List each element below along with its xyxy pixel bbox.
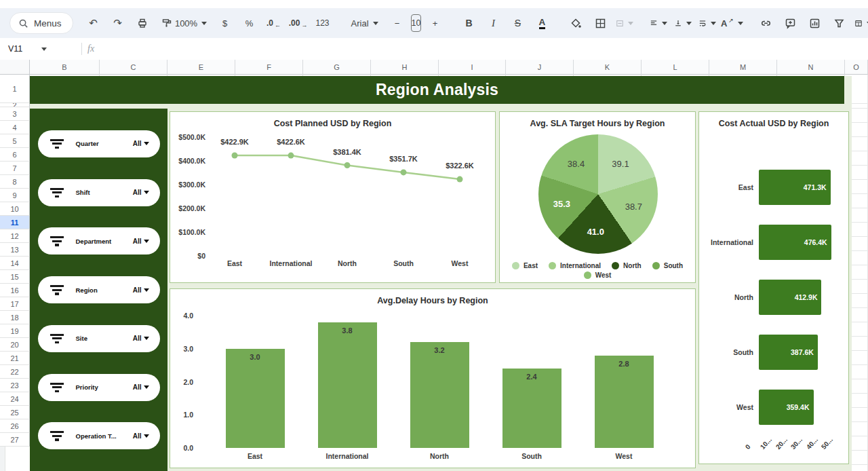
- row-header-14[interactable]: 14: [0, 257, 30, 270]
- pie-slice-label: 38.4: [568, 159, 585, 169]
- filter-pill-shift[interactable]: ShiftAll: [38, 179, 160, 206]
- row-header-19[interactable]: 19: [0, 324, 30, 338]
- zoom-select[interactable]: 100%: [180, 14, 202, 33]
- decrease-decimal-button[interactable]: .0←: [263, 14, 285, 33]
- filter-label: Priority: [76, 383, 98, 391]
- filter-pill-priority[interactable]: PriorityAll: [38, 374, 160, 401]
- row-header-16[interactable]: 16: [0, 284, 30, 297]
- redo-button[interactable]: ↷: [107, 14, 129, 33]
- y-axis-label: 4.0: [170, 312, 193, 320]
- pie-slice-label: 39.1: [612, 159, 629, 169]
- table-tools-button[interactable]: [852, 14, 868, 33]
- fill-color-button[interactable]: [565, 14, 587, 33]
- increase-font-size-button[interactable]: +: [424, 14, 446, 33]
- row-header-22[interactable]: 22: [0, 365, 30, 379]
- row-header-10[interactable]: 10: [0, 202, 30, 216]
- create-filter-button[interactable]: [828, 14, 850, 33]
- category-label: International: [699, 238, 753, 246]
- increase-decimal-button[interactable]: .00→: [288, 14, 309, 33]
- text-rotation-button[interactable]: A↗: [721, 14, 743, 33]
- text-wrap-button[interactable]: [696, 14, 718, 33]
- text-color-button[interactable]: A: [531, 14, 553, 33]
- row-header-12[interactable]: 12: [0, 229, 30, 243]
- name-box[interactable]: V11: [0, 44, 76, 54]
- horizontal-align-button[interactable]: [648, 14, 669, 33]
- page-title: Region Analysis: [376, 81, 498, 99]
- insert-link-button[interactable]: [755, 14, 776, 33]
- borders-button[interactable]: [589, 14, 611, 33]
- column-header-K[interactable]: K: [574, 60, 642, 75]
- column-header-O[interactable]: O: [845, 60, 868, 75]
- bar-chart-plot: 4.03.02.01.00.03.0East3.8International3.…: [170, 289, 695, 468]
- chart-card-sla-target[interactable]: Avg. SLA Target Hours by Region 39.138.7…: [499, 111, 696, 283]
- merge-cells-button[interactable]: [614, 14, 635, 33]
- menus-search[interactable]: Menus: [9, 12, 73, 34]
- spreadsheet-grid: BCEFGHIJKLMNO 12345678910111213141516171…: [0, 60, 868, 471]
- row-header-6[interactable]: 6: [0, 148, 30, 162]
- y-axis-label: 3.0: [170, 345, 193, 353]
- column-header-J[interactable]: J: [506, 60, 574, 75]
- print-button[interactable]: [132, 14, 153, 33]
- column-header-B[interactable]: B: [30, 60, 100, 75]
- row-header-20[interactable]: 20: [0, 338, 30, 352]
- insert-comment-button[interactable]: [779, 14, 801, 33]
- row-header-7[interactable]: 7: [0, 162, 30, 175]
- column-header-C[interactable]: C: [100, 60, 167, 75]
- font-select[interactable]: Arial: [346, 14, 374, 33]
- strikethrough-button[interactable]: S: [507, 14, 528, 33]
- menus-label: Menus: [34, 18, 62, 29]
- column-header-F[interactable]: F: [235, 60, 303, 75]
- row-header-17[interactable]: 17: [0, 297, 30, 311]
- vertical-align-icon: [674, 18, 682, 29]
- decrease-font-size-button[interactable]: −: [387, 14, 408, 33]
- row-header-11[interactable]: 11: [0, 216, 30, 229]
- filter-pill-quarter[interactable]: QuarterAll: [38, 130, 160, 157]
- paint-format-button[interactable]: [156, 14, 178, 33]
- google-sheets-window: Menus ↶ ↷ 100% $ % .0← .00→ 123 Arial − …: [0, 0, 868, 471]
- font-size-input[interactable]: 10: [411, 14, 422, 32]
- row-header-25[interactable]: 25: [0, 406, 30, 419]
- formula-bar-divider: [81, 43, 82, 55]
- vertical-align-button[interactable]: [672, 14, 694, 33]
- fx-label[interactable]: fx: [87, 43, 94, 54]
- row-header-8[interactable]: 8: [0, 175, 30, 189]
- column-header-H[interactable]: H: [371, 60, 439, 75]
- chart-card-cost-planned[interactable]: Cost Planned USD by Region $500.0K$400.0…: [170, 111, 496, 283]
- row-header-21[interactable]: 21: [0, 352, 30, 365]
- format-percent-button[interactable]: %: [239, 14, 260, 33]
- filter-pill-site[interactable]: SiteAll: [38, 325, 160, 352]
- more-formats-button[interactable]: 123: [312, 14, 334, 33]
- column-header-I[interactable]: I: [439, 60, 506, 75]
- column-header-M[interactable]: M: [709, 60, 777, 75]
- filter-pill-region[interactable]: RegionAll: [38, 276, 160, 303]
- row-header-1[interactable]: 1: [0, 75, 30, 103]
- filter-value: All: [133, 383, 142, 391]
- insert-chart-button[interactable]: [804, 14, 825, 33]
- row-header-3[interactable]: 3: [0, 107, 30, 121]
- row-header-18[interactable]: 18: [0, 311, 30, 324]
- row-header-5[interactable]: 5: [0, 134, 30, 148]
- chart-card-cost-actual[interactable]: Cost Actual USD by Region East471.3KInte…: [698, 111, 849, 464]
- comment-icon: [785, 18, 796, 29]
- row-header-4[interactable]: 4: [0, 121, 30, 134]
- table-icon: [854, 18, 863, 29]
- row-header-26[interactable]: 26: [0, 419, 30, 433]
- column-header-N[interactable]: N: [777, 60, 845, 75]
- column-header-L[interactable]: L: [642, 60, 709, 75]
- select-all-corner[interactable]: [0, 60, 30, 75]
- row-header-27[interactable]: 27: [0, 433, 30, 447]
- undo-button[interactable]: ↶: [83, 14, 104, 33]
- row-header-23[interactable]: 23: [0, 379, 30, 392]
- row-header-13[interactable]: 13: [0, 243, 30, 257]
- column-header-E[interactable]: E: [167, 60, 235, 75]
- format-currency-button[interactable]: $: [214, 14, 236, 33]
- chart-card-avg-delay[interactable]: Avg.Delay Hours by Region 4.03.02.01.00.…: [170, 288, 696, 468]
- filter-pill-department[interactable]: DepartmentAll: [38, 227, 160, 255]
- column-header-G[interactable]: G: [303, 60, 371, 75]
- bold-button[interactable]: B: [458, 14, 479, 33]
- italic-button[interactable]: I: [482, 14, 504, 33]
- row-header-24[interactable]: 24: [0, 392, 30, 406]
- row-header-9[interactable]: 9: [0, 189, 30, 202]
- filter-pill-operation-t-[interactable]: Operation T...All: [38, 422, 160, 449]
- row-header-15[interactable]: 15: [0, 270, 30, 284]
